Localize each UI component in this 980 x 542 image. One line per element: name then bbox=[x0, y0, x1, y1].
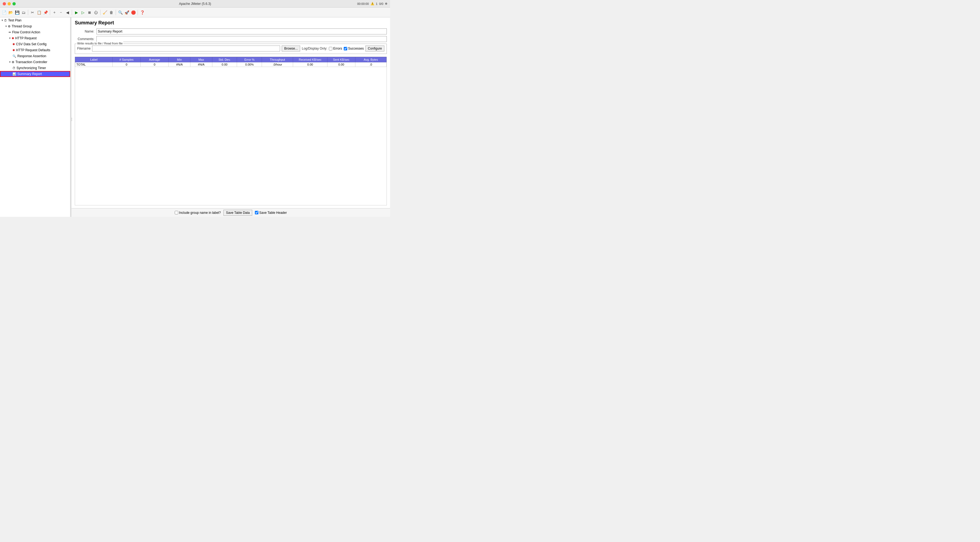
tree-item-response-assertion[interactable]: 🔍 Response Assertion bbox=[0, 53, 70, 59]
comments-input[interactable] bbox=[96, 36, 387, 42]
main-toolbar: 📄 📂 💾 🗂 ✂ 📋 📌 ＋ － ◀ ▶ ▷ ⏹ ⏻ 🧹 🗑 🔍 🚀 🛑 ❓ bbox=[0, 8, 390, 18]
panel-resize-handle[interactable] bbox=[70, 18, 72, 217]
include-group-checkbox[interactable] bbox=[175, 211, 178, 214]
tree-item-synch-timer[interactable]: ⏱ Synchronizing Timer bbox=[0, 65, 70, 71]
open-button[interactable]: 📂 bbox=[8, 10, 14, 16]
table-header-row: Label # Samples Average Min Max Std. Dev… bbox=[75, 57, 387, 62]
cell-label: TOTAL bbox=[75, 62, 113, 67]
summary-report-tree-icon: 📊 bbox=[13, 72, 16, 76]
clear-button[interactable]: 🧹 bbox=[102, 10, 108, 16]
collapse-button[interactable]: － bbox=[58, 10, 64, 16]
tree-item-transaction-controller[interactable]: ▼ ⚙ Transaction Controller bbox=[0, 59, 70, 65]
tree-item-flow-control[interactable]: ✏ Flow Control Action bbox=[0, 29, 70, 35]
errors-checkbox-label[interactable]: Errors bbox=[329, 46, 342, 50]
name-input[interactable] bbox=[96, 29, 387, 34]
thread-count: 0/0 bbox=[379, 2, 383, 5]
include-group-label[interactable]: Include group name in label? bbox=[175, 211, 221, 215]
save-all-button[interactable]: 🗂 bbox=[21, 10, 27, 16]
new-button[interactable]: 📄 bbox=[1, 10, 7, 16]
successes-checkbox-label[interactable]: Successes bbox=[344, 46, 364, 50]
transaction-icon: ⚙ bbox=[12, 61, 14, 64]
name-row: Name: bbox=[75, 29, 387, 34]
configure-button[interactable]: Configure bbox=[365, 46, 384, 51]
tree-label-synch-timer: Synchronizing Timer bbox=[16, 66, 46, 70]
col-throughput: Throughput bbox=[262, 57, 293, 62]
thread-group-icon: ⚙ bbox=[8, 25, 11, 28]
save-table-header-label[interactable]: Save Table Header bbox=[255, 211, 287, 215]
help-button[interactable]: ❓ bbox=[139, 10, 145, 16]
tree-panel: ▼ 🗒 Test Plan ▼ ⚙ Thread Group ✏ Flow Co… bbox=[0, 18, 70, 217]
test-plan-icon: 🗒 bbox=[4, 19, 7, 22]
close-button[interactable] bbox=[3, 2, 6, 5]
window-controls[interactable] bbox=[3, 2, 16, 5]
tree-item-thread-group[interactable]: ▼ ⚙ Thread Group bbox=[0, 23, 70, 29]
filename-label: Filename bbox=[77, 46, 91, 50]
minimize-button[interactable] bbox=[8, 2, 11, 5]
remote-stop-button[interactable]: 🛑 bbox=[130, 10, 136, 16]
name-label: Name: bbox=[75, 30, 96, 33]
browse-button[interactable]: Browse... bbox=[282, 46, 300, 51]
include-group-text: Include group name in label? bbox=[179, 211, 221, 215]
synch-timer-icon: ⏱ bbox=[13, 66, 16, 70]
results-table: Label # Samples Average Min Max Std. Dev… bbox=[75, 57, 387, 67]
comments-row: Comments: bbox=[75, 36, 387, 42]
tree-label-response-assertion: Response Assertion bbox=[18, 54, 46, 58]
cell-samples: 0 bbox=[112, 62, 140, 67]
successes-label: Successes bbox=[348, 46, 364, 50]
filename-row: Filename Browse... Log/Display Only: Err… bbox=[77, 46, 384, 51]
shutdown-button[interactable]: ⏻ bbox=[93, 10, 99, 16]
errors-label: Errors bbox=[333, 46, 342, 50]
col-std-dev: Std. Dev. bbox=[212, 57, 237, 62]
paste-button[interactable]: 📌 bbox=[43, 10, 48, 16]
expand-button[interactable]: ＋ bbox=[51, 10, 57, 16]
col-error-pct: Error % bbox=[237, 57, 262, 62]
save-table-header-text: Save Table Header bbox=[259, 211, 287, 215]
save-button[interactable]: 💾 bbox=[14, 10, 20, 16]
tree-label-http-request: HTTP Request bbox=[15, 36, 37, 40]
filename-input[interactable] bbox=[92, 46, 280, 51]
expand-arrow-http-request: ▼ bbox=[9, 37, 11, 40]
col-samples: # Samples bbox=[112, 57, 140, 62]
expand-arrow-test-plan: ▼ bbox=[1, 19, 3, 22]
sep5 bbox=[116, 10, 116, 15]
cut-button[interactable]: ✂ bbox=[30, 10, 35, 16]
copy-button[interactable]: 📋 bbox=[36, 10, 42, 16]
expand-arrow-thread-group: ▼ bbox=[5, 25, 7, 28]
cell-min: #N/A bbox=[169, 62, 190, 67]
write-results-section: Write results to file / Read from file F… bbox=[75, 44, 387, 54]
search-button[interactable]: 🔍 bbox=[117, 10, 123, 16]
tree-item-test-plan[interactable]: ▼ 🗒 Test Plan bbox=[0, 18, 70, 23]
tree-item-http-defaults[interactable]: ✱ HTTP Request Defaults bbox=[0, 47, 70, 53]
write-results-legend: Write results to file / Read from file bbox=[76, 42, 123, 45]
successes-checkbox[interactable] bbox=[344, 47, 347, 50]
summary-report-panel: Summary Report Name: Comments: Write res… bbox=[72, 18, 390, 208]
app-title: Apache JMeter (5.6.3) bbox=[179, 2, 211, 6]
save-table-header-checkbox[interactable] bbox=[255, 211, 258, 214]
errors-checkbox[interactable] bbox=[329, 47, 332, 50]
tree-label-http-defaults: HTTP Request Defaults bbox=[16, 48, 50, 52]
navigate-back-button[interactable]: ◀ bbox=[64, 10, 70, 16]
tree-item-csv-data[interactable]: ✱ CSV Data Set Config bbox=[0, 41, 70, 47]
sep2 bbox=[50, 10, 50, 15]
tree-item-http-request[interactable]: ▼ ✱ HTTP Request bbox=[0, 35, 70, 41]
cell-throughput: .0/hour bbox=[262, 62, 293, 67]
tree-label-thread-group: Thread Group bbox=[12, 24, 32, 28]
start-no-pauses-button[interactable]: ▷ bbox=[80, 10, 86, 16]
right-panel: Summary Report Name: Comments: Write res… bbox=[72, 18, 390, 217]
tree-item-summary-report[interactable]: 📊 Summary Report bbox=[0, 71, 70, 77]
save-table-data-button[interactable]: Save Table Data bbox=[223, 210, 252, 216]
clear-all-button[interactable]: 🗑 bbox=[108, 10, 114, 16]
maximize-button[interactable] bbox=[13, 2, 16, 5]
cell-avg-bytes: .0 bbox=[355, 62, 387, 67]
stop-button[interactable]: ⏹ bbox=[86, 10, 92, 16]
start-button[interactable]: ▶ bbox=[73, 10, 80, 16]
expand-arrow-transaction: ▼ bbox=[9, 61, 11, 64]
tree-label-summary-report: Summary Report bbox=[18, 72, 42, 76]
panel-title: Summary Report bbox=[75, 20, 387, 26]
response-assertion-icon: 🔍 bbox=[13, 54, 16, 58]
remote-start-button[interactable]: 🚀 bbox=[124, 10, 130, 16]
cell-error-pct: 0.00% bbox=[237, 62, 262, 67]
comments-label: Comments: bbox=[75, 37, 96, 41]
warning-count: 1 bbox=[376, 2, 378, 5]
cell-std-dev: 0.00 bbox=[212, 62, 237, 67]
